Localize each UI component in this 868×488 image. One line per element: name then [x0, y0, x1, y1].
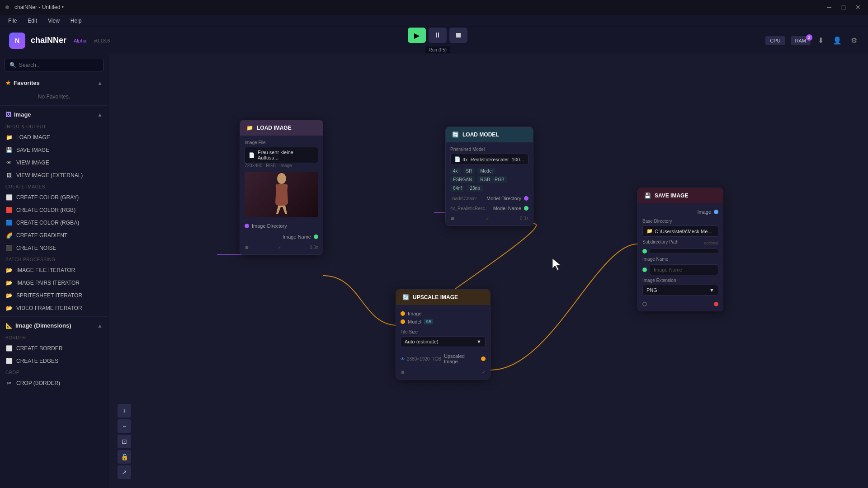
sidebar-item-view-image[interactable]: 👁 VIEW IMAGE [0, 156, 108, 169]
sidebar-item-create-color-rgba[interactable]: 🟦 CREATE COLOR (RGBA) [0, 216, 108, 229]
create-edges-icon: ⬜ [5, 357, 13, 365]
sidebar-item-view-image-ext[interactable]: 🖼 VIEW IMAGE (EXTERNAL) [0, 169, 108, 182]
upscale-image-port: Image [401, 310, 486, 318]
save-image-input-port: Image [642, 208, 718, 216]
sidebar-item-create-border[interactable]: ⬜ CREATE BORDER [0, 342, 108, 355]
create-noise-icon: ⬛ [5, 244, 13, 252]
lock-button[interactable]: 🔒 [118, 450, 131, 464]
subdir-input[interactable] [650, 249, 718, 254]
footer-left-dot [642, 302, 647, 306]
dimensions-section-header[interactable]: 📐 Image (Dimensions) ▲ [0, 319, 108, 333]
image-preview [245, 172, 318, 217]
image-section-title: Image [14, 111, 31, 118]
sidebar-item-image-pairs-iterator[interactable]: 📂 IMAGE PAIRS ITERATOR [0, 277, 108, 289]
border-label: BORDER [0, 333, 108, 342]
ram-count: 2 [806, 34, 812, 41]
menu-help[interactable]: Help [66, 16, 86, 26]
node-load-model[interactable]: 🔄 LOAD MODEL Pretrained Model 📄 4x_Reali… [445, 127, 533, 226]
save-img-dot[interactable] [714, 210, 718, 214]
view-image-ext-icon: 🖼 [5, 172, 13, 179]
svg-point-0 [277, 173, 286, 184]
image-name-input[interactable]: Image Name [650, 264, 718, 275]
ram-badge: RAM 2 [791, 36, 811, 45]
search-icon: 🔍 [9, 62, 16, 68]
sprite-iterator-icon: 📂 [5, 292, 13, 299]
sidebar-item-create-gradient[interactable]: 🌈 CREATE GRADIENT [0, 229, 108, 242]
sidebar-item-load-image[interactable]: 📁 LOAD IMAGE [0, 131, 108, 144]
dimensions-icon: 📐 [5, 322, 13, 329]
eye-icon[interactable]: 👁 [401, 357, 405, 361]
window-title: chaiNNer - Untitled • [5, 4, 64, 10]
sidebar-item-spritesheet-iterator[interactable]: 📂 SPRITESHEET ITERATOR [0, 289, 108, 302]
pause-button[interactable]: ⏸ [429, 28, 447, 43]
app-name: chaiNNer [31, 36, 66, 45]
sidebar-item-create-edges[interactable]: ⬜ CREATE EDGES [0, 355, 108, 367]
canvas[interactable]: 📁 LOAD IMAGE Image File 📄 Frau sehr klei… [108, 54, 868, 488]
create-rgba-icon: 🟦 [5, 219, 13, 226]
create-gray-icon: ⬜ [5, 194, 13, 201]
file-iterator-icon: 📂 [5, 267, 13, 274]
stop-button[interactable]: ⏹ [449, 28, 467, 43]
upscale-img-dot[interactable] [401, 311, 405, 316]
settings-button[interactable]: ⚙ [849, 34, 859, 47]
no-favorites: No Favorites. [0, 90, 108, 103]
model-name-dot[interactable] [524, 206, 528, 211]
divider-2 [0, 316, 108, 317]
ext-select[interactable]: PNG ▼ [642, 285, 718, 296]
pretrained-field[interactable]: 📄 4x_RealisticRescaler_100... [450, 154, 528, 165]
upscaled-row: 👁 2880×1920 RGB Upscaled Image [401, 351, 486, 367]
base-dir-field[interactable]: 📁 C:\Users\stefa\Meck Me... [642, 225, 718, 237]
name-port-dot[interactable] [314, 235, 318, 239]
file-input[interactable]: 📄 Frau sehr kleine Auflösu... [245, 147, 318, 163]
pretrained-label: Pretrained Model [450, 147, 528, 152]
tile-label: Tile Size [401, 329, 486, 334]
export-button[interactable]: ↗ [118, 465, 131, 479]
image-section-header[interactable]: 🖼 Image ▲ [0, 108, 108, 122]
load-image-body: Image File 📄 Frau sehr kleine Auflösu...… [240, 136, 323, 254]
dimensions-collapse-icon: ▲ [97, 323, 103, 329]
zoom-out-button[interactable]: − [118, 419, 131, 433]
upscale-model-dot[interactable] [401, 319, 405, 324]
topbar: N chaiNNer Alpha v0.18.6 ▶ ⏸ ⏹ Run (F5) … [0, 27, 868, 54]
sidebar-item-video-frame-iterator[interactable]: 📂 VIDEO FRAME ITERATOR [0, 302, 108, 314]
close-button[interactable]: ✕ [854, 4, 863, 11]
menu-view[interactable]: View [43, 16, 64, 26]
maximize-button[interactable]: □ [839, 4, 848, 11]
logo: N chaiNNer Alpha v0.18.6 [9, 33, 110, 49]
load-model-footer: ⏹ ✓ 0.3s [450, 213, 528, 221]
node-upscale-image[interactable]: 🔄 UPSCALE IMAGE Image Model SR Tile Size… [396, 289, 491, 380]
create-images-label: CREATE IMAGES [0, 182, 108, 191]
subdir-dot[interactable] [642, 249, 647, 253]
search-input[interactable] [19, 62, 99, 68]
window-controls: ─ □ ✕ [825, 4, 863, 11]
canvas-controls: + − ⊡ 🔒 ↗ [118, 404, 131, 479]
sidebar-item-crop-border[interactable]: ✂ CROP (BORDER) [0, 377, 108, 389]
sidebar-item-image-file-iterator[interactable]: 📂 IMAGE FILE ITERATOR [0, 264, 108, 277]
run-button[interactable]: ▶ [408, 28, 426, 43]
main-layout: 🔍 ★ Favorites ▲ No Favorites. 🖼 Image ▲ … [0, 54, 868, 488]
sidebar-item-save-image[interactable]: 💾 SAVE IMAGE [0, 144, 108, 156]
img-name-dot[interactable] [642, 267, 647, 272]
dir-port-dot[interactable] [245, 224, 249, 228]
fit-button[interactable]: ⊡ [118, 435, 131, 448]
download-button[interactable]: ⬇ [816, 34, 826, 47]
menu-file[interactable]: File [4, 16, 21, 26]
node-save-image[interactable]: 💾 SAVE IMAGE Image Base Directory 📁 C:\U… [637, 188, 723, 311]
profile-button[interactable]: 👤 [831, 34, 844, 47]
node-load-image[interactable]: 📁 LOAD IMAGE Image File 📄 Frau sehr klei… [240, 120, 323, 255]
sidebar-item-create-color-rgb[interactable]: 🟥 CREATE COLOR (RGB) [0, 204, 108, 216]
create-gradient-icon: 🌈 [5, 232, 13, 239]
sidebar-item-create-noise[interactable]: ⬛ CREATE NOISE [0, 242, 108, 254]
titlebar: chaiNNer - Untitled • ─ □ ✕ [0, 0, 868, 14]
sidebar-item-create-color-gray[interactable]: ⬜ CREATE COLOR (GRAY) [0, 191, 108, 204]
model-dir-dot[interactable] [524, 196, 528, 201]
favorites-header[interactable]: ★ Favorites ▲ [0, 76, 108, 90]
zoom-in-button[interactable]: + [118, 404, 131, 418]
minimize-button[interactable]: ─ [825, 4, 834, 11]
menu-edit[interactable]: Edit [23, 16, 42, 26]
save-image-icon: 💾 [5, 146, 13, 154]
upscaled-dot[interactable] [481, 357, 486, 361]
search-box[interactable]: 🔍 [5, 59, 104, 71]
image-name-port: Image Name [283, 233, 318, 240]
tile-select[interactable]: Auto (estimate) ▼ [401, 336, 486, 347]
